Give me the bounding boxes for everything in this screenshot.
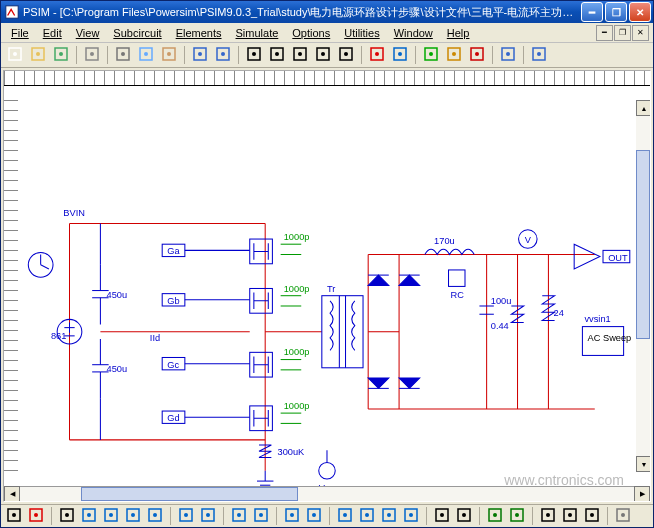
copy-button[interactable] bbox=[135, 44, 157, 66]
rotate-button[interactable] bbox=[538, 506, 558, 526]
schematic-canvas[interactable]: BVIN 861 450u 450u Ga Gb Gc Gd IId 1000p… bbox=[18, 100, 636, 472]
flip-h-button[interactable] bbox=[560, 506, 580, 526]
wire-button[interactable] bbox=[26, 506, 46, 526]
toolbar-separator bbox=[76, 46, 77, 64]
mdi-restore-button[interactable]: ❐ bbox=[614, 25, 631, 41]
svg-point-6 bbox=[59, 52, 63, 56]
minimize-button[interactable]: ━ bbox=[581, 2, 603, 22]
compare-icon bbox=[404, 508, 418, 524]
mdi-close-button[interactable]: ✕ bbox=[632, 25, 649, 41]
igbt-button[interactable] bbox=[198, 506, 218, 526]
iprobe-icon bbox=[307, 508, 321, 524]
undo-button[interactable] bbox=[189, 44, 211, 66]
zoom-in-icon bbox=[270, 47, 284, 63]
scroll-up-button[interactable]: ▲ bbox=[636, 100, 650, 116]
vprobe-icon bbox=[285, 508, 299, 524]
svg-point-117 bbox=[34, 513, 38, 517]
canvas-area[interactable]: BVIN 861 450u 450u Ga Gb Gc Gd IId 1000p… bbox=[4, 86, 650, 486]
svg-point-163 bbox=[621, 513, 625, 517]
svg-point-14 bbox=[167, 52, 171, 56]
capacitor-button[interactable] bbox=[101, 506, 121, 526]
help-button[interactable] bbox=[528, 44, 550, 66]
open-button[interactable] bbox=[27, 44, 49, 66]
mdi-minimize-button[interactable]: ━ bbox=[596, 25, 613, 41]
menu-help[interactable]: Help bbox=[441, 26, 476, 40]
svg-line-64 bbox=[41, 265, 49, 269]
scroll-right-button[interactable]: ▶ bbox=[634, 486, 650, 502]
scroll-left-button[interactable]: ◀ bbox=[4, 486, 20, 502]
pause-button[interactable] bbox=[443, 44, 465, 66]
stop-button[interactable] bbox=[466, 44, 488, 66]
menu-file[interactable]: File bbox=[5, 26, 35, 40]
vprobe-button[interactable] bbox=[282, 506, 302, 526]
isource-button[interactable] bbox=[251, 506, 271, 526]
zoom-in-button[interactable] bbox=[266, 44, 288, 66]
ground-button[interactable] bbox=[57, 506, 77, 526]
iprobe-button[interactable] bbox=[304, 506, 324, 526]
label-icon bbox=[393, 47, 407, 63]
label-vid: Vid bbox=[278, 485, 291, 486]
sum-button[interactable] bbox=[357, 506, 377, 526]
wire-button[interactable] bbox=[366, 44, 388, 66]
flip-v-icon bbox=[585, 508, 599, 524]
paste-button[interactable] bbox=[158, 44, 180, 66]
inductor-button[interactable] bbox=[123, 506, 143, 526]
scrollbar-horizontal[interactable]: ◀ ▶ bbox=[4, 486, 650, 501]
cut-button[interactable] bbox=[112, 44, 134, 66]
scroll-h-thumb[interactable] bbox=[81, 487, 298, 501]
menu-view[interactable]: View bbox=[70, 26, 106, 40]
menu-utilities[interactable]: Utilities bbox=[338, 26, 385, 40]
vsource-icon bbox=[232, 508, 246, 524]
menu-edit[interactable]: Edit bbox=[37, 26, 68, 40]
scroll-down-button[interactable]: ▼ bbox=[636, 456, 650, 472]
pointer-button[interactable] bbox=[4, 506, 24, 526]
menu-elements[interactable]: Elements bbox=[170, 26, 228, 40]
scroll-v-thumb[interactable] bbox=[636, 150, 650, 339]
menu-simulate[interactable]: Simulate bbox=[230, 26, 285, 40]
flip-v-button[interactable] bbox=[582, 506, 602, 526]
new-button[interactable] bbox=[4, 44, 26, 66]
maximize-button[interactable]: ❐ bbox=[605, 2, 627, 22]
app-icon bbox=[5, 5, 19, 19]
limiter-button[interactable] bbox=[379, 506, 399, 526]
subckt-out-button[interactable] bbox=[507, 506, 527, 526]
run-button[interactable] bbox=[420, 44, 442, 66]
print-button[interactable] bbox=[81, 44, 103, 66]
vsource-button[interactable] bbox=[229, 506, 249, 526]
view-result-button[interactable] bbox=[497, 44, 519, 66]
menu-window[interactable]: Window bbox=[388, 26, 439, 40]
save-button[interactable] bbox=[50, 44, 72, 66]
svg-point-127 bbox=[153, 513, 157, 517]
label-button[interactable] bbox=[389, 44, 411, 66]
cut-icon bbox=[116, 47, 130, 63]
zoom-out-button[interactable] bbox=[289, 44, 311, 66]
menu-options[interactable]: Options bbox=[286, 26, 336, 40]
schematic-svg: BVIN 861 450u 450u Ga Gb Gc Gd IId 1000p… bbox=[18, 100, 636, 486]
menu-subcircuit[interactable]: Subcircuit bbox=[107, 26, 167, 40]
svg-point-8 bbox=[90, 52, 94, 56]
pan-button[interactable] bbox=[335, 44, 357, 66]
label-rload: 24 bbox=[554, 308, 564, 318]
rect-button[interactable] bbox=[454, 506, 474, 526]
text-button[interactable] bbox=[432, 506, 452, 526]
zoom-fit-button[interactable] bbox=[312, 44, 334, 66]
svg-point-157 bbox=[546, 513, 550, 517]
compare-button[interactable] bbox=[401, 506, 421, 526]
diode-button[interactable] bbox=[145, 506, 165, 526]
subckt-in-button[interactable] bbox=[485, 506, 505, 526]
close-button[interactable]: ✕ bbox=[629, 2, 651, 22]
zoom-select-button[interactable] bbox=[243, 44, 265, 66]
gain-button[interactable] bbox=[335, 506, 355, 526]
scrollbar-vertical[interactable]: ▲ ▼ bbox=[636, 100, 650, 472]
options-button[interactable] bbox=[613, 506, 633, 526]
svg-point-161 bbox=[590, 513, 594, 517]
scroll-v-track[interactable] bbox=[636, 116, 650, 456]
scroll-h-track[interactable] bbox=[20, 487, 634, 501]
isource-icon bbox=[254, 508, 268, 524]
mosfet-button[interactable] bbox=[176, 506, 196, 526]
options-icon bbox=[616, 508, 630, 524]
ruler-vertical bbox=[4, 100, 19, 472]
redo-button[interactable] bbox=[212, 44, 234, 66]
resistor-button[interactable] bbox=[79, 506, 99, 526]
pause-icon bbox=[447, 47, 461, 63]
